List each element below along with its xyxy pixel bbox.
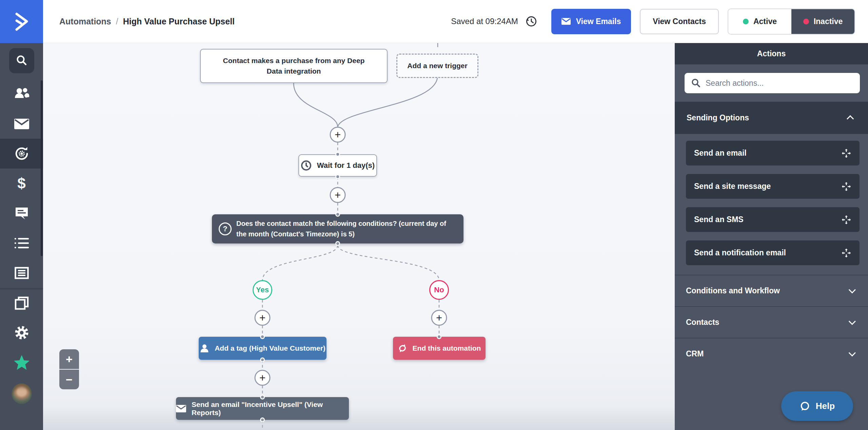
view-emails-label: View Emails xyxy=(576,17,621,26)
help-button[interactable]: Help xyxy=(781,391,853,421)
sending-options-items: Send an email Send a site message Send a… xyxy=(675,134,868,275)
star-icon xyxy=(14,355,30,370)
section-crm[interactable]: CRM xyxy=(675,338,868,369)
automations-icon xyxy=(14,146,29,161)
no-branch-label: No xyxy=(429,280,449,300)
sidebar-item-contacts[interactable] xyxy=(0,78,43,109)
active-status-dot xyxy=(743,19,749,24)
email-icon xyxy=(561,18,571,25)
chat-bubble-icon xyxy=(15,207,29,220)
saved-status: Saved at 09:24AM xyxy=(451,17,518,26)
view-emails-button[interactable]: View Emails xyxy=(551,9,631,34)
connector-dot xyxy=(260,417,265,422)
automation-builder-page: Automations / High Value Purchase Upsell… xyxy=(0,0,868,430)
help-label: Help xyxy=(816,401,835,411)
help-bubble-icon xyxy=(800,401,810,412)
envelope-icon xyxy=(176,405,186,412)
add-tag-node[interactable]: Add a tag (High Value Customer) xyxy=(199,337,327,360)
end-automation-label: End this automation xyxy=(413,344,481,352)
add-action-button-yes[interactable]: + xyxy=(255,310,271,326)
end-automation-node[interactable]: End this automation xyxy=(393,337,486,360)
pages-icon xyxy=(15,296,29,310)
action-card-send-site-message[interactable]: Send a site message xyxy=(686,174,860,199)
search-icon xyxy=(691,78,701,88)
question-mark-icon: ? xyxy=(219,222,232,235)
condition-node-label: Does the contact match the following con… xyxy=(236,218,451,239)
user-avatar[interactable] xyxy=(12,384,32,404)
connector-dot xyxy=(260,357,265,362)
chevron-down-icon xyxy=(849,318,856,325)
sidebar-item-automations[interactable] xyxy=(0,139,43,169)
sidebar-search-wrap xyxy=(0,43,43,78)
trigger-node-label: Contact makes a purchase from any Deep D… xyxy=(216,56,372,76)
topbar-actions: Saved at 09:24AM View Emails View Contac… xyxy=(451,8,855,35)
toggle-inactive-option[interactable]: Inactive xyxy=(791,9,854,34)
canvas-bottom-shade xyxy=(43,406,675,430)
sidebar-search-button[interactable] xyxy=(9,48,34,73)
sidebar-item-campaigns[interactable] xyxy=(0,109,43,139)
sidebar-item-forms[interactable] xyxy=(0,258,43,288)
chevron-down-icon xyxy=(849,349,856,356)
sidebar-item-deals[interactable]: $ xyxy=(0,169,43,198)
zoom-out-button[interactable]: − xyxy=(59,370,79,389)
sidebar-item-conversations[interactable] xyxy=(0,198,43,228)
add-action-button-no[interactable]: + xyxy=(431,310,447,326)
inactive-label: Inactive xyxy=(814,17,843,26)
section-contacts[interactable]: Contacts xyxy=(675,306,868,338)
active-label: Active xyxy=(753,17,777,26)
connector-dot xyxy=(335,212,340,217)
action-card-send-sms[interactable]: Send an SMS xyxy=(686,207,860,232)
revision-history-icon[interactable] xyxy=(524,15,538,28)
sidebar-item-account[interactable] xyxy=(0,377,43,410)
add-tag-label: Add a tag (High Value Customer) xyxy=(215,344,326,352)
zoom-in-button[interactable]: + xyxy=(59,349,79,369)
clock-icon xyxy=(301,160,312,171)
search-icon xyxy=(15,54,28,67)
automation-canvas: Contact makes a purchase from any Deep D… xyxy=(43,43,675,430)
chevron-up-icon xyxy=(847,115,854,122)
actions-panel-title: Actions xyxy=(675,43,868,64)
sync-arrows-icon xyxy=(398,344,407,353)
yes-branch-label: Yes xyxy=(253,280,272,300)
breadcrumb: Automations / High Value Purchase Upsell xyxy=(59,17,235,26)
connector-dot xyxy=(260,395,265,399)
trigger-node[interactable]: Contact makes a purchase from any Deep D… xyxy=(200,49,388,83)
view-contacts-button[interactable]: View Contacts xyxy=(640,9,719,34)
action-card-send-notification-email[interactable]: Send a notification email xyxy=(686,240,860,265)
save-status-group: Saved at 09:24AM xyxy=(451,15,537,28)
add-action-button-1[interactable]: + xyxy=(330,127,346,143)
condition-node[interactable]: ? Does the contact match the following c… xyxy=(212,214,463,243)
wait-node[interactable]: Wait for 1 day(s) xyxy=(298,154,377,177)
drag-move-icon[interactable] xyxy=(841,181,851,192)
add-action-button-2[interactable]: + xyxy=(330,187,346,203)
section-sending-options[interactable]: Sending Options xyxy=(675,102,868,134)
actions-panel: Actions Sending Options Send an email xyxy=(675,43,868,430)
connector-dot xyxy=(335,241,340,246)
top-bar: Automations / High Value Purchase Upsell… xyxy=(43,0,868,43)
active-inactive-toggle: Active Inactive xyxy=(728,8,855,35)
inactive-status-dot xyxy=(803,19,809,24)
section-conditions-and-workflow[interactable]: Conditions and Workflow xyxy=(675,275,868,306)
sidebar-item-settings[interactable] xyxy=(0,318,43,348)
connector-dot xyxy=(437,334,441,339)
sidebar-item-lists[interactable] xyxy=(0,228,43,258)
app-sidebar: $ xyxy=(0,0,43,430)
add-trigger-node[interactable]: Add a new trigger xyxy=(396,54,478,78)
list-icon xyxy=(14,237,29,249)
send-email-node[interactable]: Send an email "Incentive Upsell" (View R… xyxy=(176,397,349,420)
sidebar-scrollbar[interactable] xyxy=(41,80,43,256)
contacts-icon xyxy=(14,87,29,100)
sidebar-item-sites[interactable] xyxy=(0,289,43,318)
add-action-button-3[interactable]: + xyxy=(255,370,271,386)
drag-move-icon[interactable] xyxy=(841,148,851,158)
drag-move-icon[interactable] xyxy=(841,215,851,225)
activecampaign-logo[interactable] xyxy=(0,0,43,43)
sidebar-item-reviews[interactable] xyxy=(0,348,43,377)
actions-search-section xyxy=(675,64,868,102)
search-actions-input[interactable] xyxy=(685,73,860,93)
chevron-down-icon xyxy=(849,286,856,293)
breadcrumb-automations-link[interactable]: Automations xyxy=(59,17,111,26)
toggle-active-option[interactable]: Active xyxy=(728,9,791,34)
action-card-send-email[interactable]: Send an email xyxy=(686,141,860,165)
drag-move-icon[interactable] xyxy=(841,248,851,258)
